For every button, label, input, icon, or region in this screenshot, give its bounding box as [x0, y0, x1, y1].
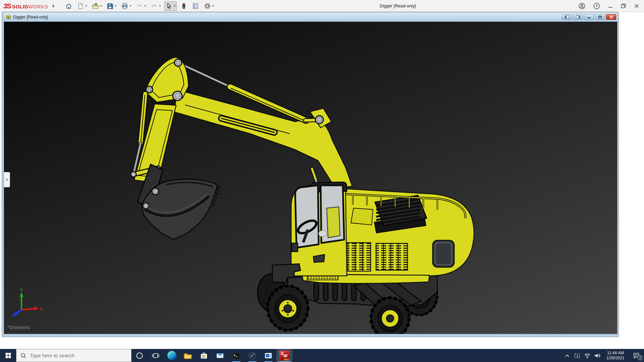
save-floppy-icon [106, 2, 114, 10]
open-button[interactable] [91, 1, 103, 11]
windows-taskbar: S W 2021 11:44 AM 1/29/2021 2 [0, 349, 644, 362]
cortana-icon [136, 352, 144, 360]
clock-time: 11:44 AM [604, 351, 627, 356]
solidworks-logo-mark: 3S [3, 2, 11, 10]
app-window-title: Digger [Read-only] [217, 3, 578, 8]
digger-3d-model [4, 22, 618, 334]
graphics-viewport[interactable]: Y X *Dimetric [4, 21, 618, 334]
system-tray: 11:44 AM 1/29/2021 2 [562, 349, 644, 362]
chevron-down-icon[interactable] [212, 5, 214, 7]
rebuild-traffic-light-icon [180, 2, 187, 10]
tray-volume-button[interactable] [592, 349, 602, 362]
document-close-button[interactable] [606, 14, 616, 20]
wireless-display-icon [574, 352, 581, 359]
featuremanager-collapsed-tab[interactable] [4, 172, 10, 187]
undo-icon [136, 2, 143, 10]
account-icon[interactable] [578, 2, 586, 10]
main-toolbar [64, 1, 217, 11]
notification-count-badge: 2 [638, 355, 643, 360]
chevron-up-icon [564, 352, 571, 359]
mail-icon [216, 351, 224, 360]
rebuild-button[interactable] [179, 1, 189, 11]
document-minimize-button[interactable] [584, 14, 594, 20]
remote-desktop-icon [264, 351, 273, 360]
start-button[interactable] [0, 349, 16, 362]
chevron-right-icon [53, 4, 55, 8]
speaker-icon [594, 352, 601, 359]
file-properties-button[interactable] [191, 1, 200, 11]
pane-handle-dot [6, 179, 8, 181]
app-titlebar: 3S SOLID WORKS [0, 0, 644, 12]
chevron-down-icon[interactable] [174, 5, 176, 7]
windows-logo-icon [5, 353, 11, 358]
view-orientation-label: *Dimetric [7, 324, 31, 330]
tray-network-button[interactable] [582, 349, 592, 362]
toolbar-flyout-arrow[interactable] [53, 4, 55, 8]
command-prompt-icon [232, 351, 240, 360]
taskbar-mail-button[interactable] [212, 349, 228, 362]
taskbar-edge-button[interactable] [164, 349, 180, 362]
restore-icon[interactable] [621, 3, 627, 9]
taskbar-store-button[interactable] [196, 349, 212, 362]
triad-y-label: Y [20, 288, 23, 292]
help-icon[interactable]: ? [593, 2, 600, 10]
options-button[interactable] [203, 1, 215, 11]
svg-text:?: ? [596, 4, 598, 8]
restore-icon [598, 15, 602, 19]
select-tool-button[interactable] [164, 1, 177, 11]
chevron-down-icon[interactable] [144, 5, 146, 7]
new-document-icon [77, 2, 84, 10]
chevron-down-icon[interactable] [100, 5, 102, 7]
search-input[interactable] [30, 353, 120, 358]
pane-left-icon [565, 15, 569, 19]
close-icon[interactable] [634, 3, 639, 9]
chevron-down-icon[interactable] [85, 5, 87, 7]
show-display-pane-button[interactable] [573, 14, 583, 20]
taskbar-edrawings-button[interactable] [244, 349, 260, 362]
solidworks-2021-icon: S W 2021 [279, 351, 289, 361]
show-hidden-icons-button[interactable] [562, 349, 572, 362]
taskbar-file-explorer-button[interactable] [180, 349, 196, 362]
redo-button[interactable] [150, 1, 162, 11]
app-window-controls: ? [578, 2, 639, 10]
minimize-icon[interactable] [608, 3, 613, 9]
document-window-controls [562, 14, 616, 20]
chevron-down-icon[interactable] [115, 5, 117, 7]
save-button[interactable] [105, 1, 118, 11]
show-featuremanager-pane-button[interactable] [562, 14, 572, 20]
taskbar-clock[interactable]: 11:44 AM 1/29/2021 [602, 351, 629, 361]
taskbar-cortana-button[interactable] [131, 349, 148, 362]
new-document-button[interactable] [76, 1, 88, 11]
print-button[interactable] [120, 1, 132, 11]
file-explorer-icon [183, 351, 192, 360]
file-properties-icon [192, 2, 199, 10]
front-left-wheel [268, 286, 308, 330]
wifi-icon [584, 352, 591, 359]
triad-x-label: X [40, 307, 43, 311]
home-icon [65, 2, 72, 10]
close-icon [609, 15, 613, 19]
action-center-button[interactable]: 2 [629, 349, 644, 362]
undo-button[interactable] [135, 1, 147, 11]
home-button[interactable] [64, 1, 73, 11]
taskbar-task-view-button[interactable] [148, 349, 164, 362]
edrawings-hexagon-icon [248, 351, 257, 360]
select-cursor-icon [165, 2, 173, 10]
chevron-down-icon[interactable] [129, 5, 131, 7]
search-icon [20, 353, 26, 359]
task-view-icon [152, 352, 160, 360]
store-icon [200, 351, 208, 360]
taskbar-remote-desktop-button[interactable] [260, 349, 276, 362]
solidworks-logo: 3S SOLID WORKS [3, 2, 48, 10]
document-titlebar[interactable]: Digger [Read-only] [4, 12, 617, 21]
document-window: Digger [Read-only] [2, 12, 619, 337]
tray-connect-button[interactable] [572, 349, 582, 362]
minimize-icon [587, 15, 591, 18]
chevron-down-icon[interactable] [159, 5, 161, 7]
taskbar-solidworks-button[interactable]: S W 2021 [276, 349, 292, 362]
taskbar-search[interactable] [16, 349, 131, 362]
document-restore-button[interactable] [595, 14, 605, 20]
solidworks-year-label: 2021 [284, 358, 289, 361]
taskbar-command-prompt-button[interactable] [228, 349, 244, 362]
document-title: Digger [Read-only] [13, 15, 48, 19]
